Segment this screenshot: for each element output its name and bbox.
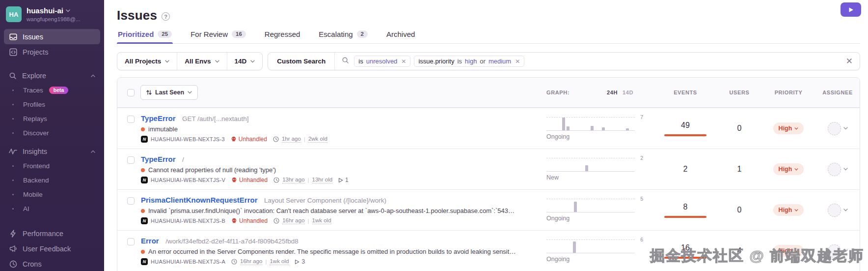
- issue-title-link[interactable]: TypeError: [141, 155, 176, 163]
- priority-select[interactable]: High: [773, 204, 804, 216]
- issue-message: immutable: [148, 125, 178, 133]
- clear-search-icon[interactable]: ✕: [839, 56, 860, 66]
- sidebar-item-projects[interactable]: Projects: [4, 44, 100, 60]
- sidebar-item-frontend[interactable]: Frontend: [4, 159, 100, 173]
- issue-row[interactable]: TypeError GET /auth/[...nextauth] immuta…: [117, 108, 860, 149]
- first-seen-age: 1wk old: [312, 217, 331, 224]
- issue-tabs: Prioritized 25 For Review 16 Regressed E…: [117, 30, 860, 44]
- graph-range-14d[interactable]: 14d: [623, 90, 633, 95]
- tab-regressed[interactable]: Regressed: [264, 30, 301, 43]
- chevron-down-icon: [794, 127, 798, 130]
- divider: |: [304, 136, 305, 142]
- help-icon[interactable]: ?: [162, 12, 170, 21]
- sidebar-item-traces[interactable]: Traces beta: [4, 83, 100, 97]
- date-range-label: 14D: [235, 58, 247, 65]
- priority-label: High: [779, 125, 792, 132]
- chevron-down-icon[interactable]: [843, 168, 848, 171]
- sidebar-group-insights[interactable]: Insights: [4, 144, 100, 159]
- tab-prioritized[interactable]: Prioritized 25: [117, 30, 173, 43]
- replay-count: 1: [338, 177, 349, 183]
- sidebar-item-ai[interactable]: AI: [4, 202, 100, 216]
- sidebar-item-profiles[interactable]: Profiles: [4, 97, 100, 112]
- issue-title-link[interactable]: PrismaClientKnownRequestError: [141, 196, 258, 204]
- first-seen-age: 2wk old: [308, 136, 327, 143]
- sidebar-group-label: Explore: [22, 72, 46, 80]
- assignee-avatar[interactable]: [828, 122, 841, 135]
- assignee-avatar[interactable]: [828, 244, 841, 258]
- play-outline-icon: [338, 178, 343, 183]
- tab-count: 25: [158, 30, 172, 38]
- sidebar-item-discover[interactable]: Discover: [4, 126, 100, 140]
- custom-search-button[interactable]: Custom Search: [268, 53, 335, 70]
- sidebar-item-label: Discover: [23, 129, 49, 137]
- row-checkbox[interactable]: [127, 116, 135, 123]
- chevron-down-icon[interactable]: [843, 127, 848, 130]
- skull-icon: [231, 177, 237, 183]
- issue-title-link[interactable]: Error: [141, 237, 159, 245]
- events-count: 8: [653, 203, 717, 211]
- replay-count-value: 3: [301, 258, 305, 265]
- play-outline-icon: [295, 259, 299, 265]
- environment-filter-label: All Envs: [185, 58, 211, 65]
- priority-select[interactable]: High: [773, 122, 804, 134]
- sidebar-item-user-feedback[interactable]: User Feedback: [4, 241, 100, 256]
- priority-select[interactable]: High: [773, 163, 804, 175]
- priority-label: High: [779, 207, 792, 213]
- issue-message: Cannot read properties of null (reading …: [148, 166, 276, 174]
- sidebar: HA huashui-ai wangfupeng1988@... Issues …: [0, 0, 104, 271]
- search-input[interactable]: is unresolved ✕ issue.priority is high o…: [354, 56, 524, 67]
- select-all-checkbox[interactable]: [127, 89, 135, 96]
- issue-title-link[interactable]: TypeError: [141, 114, 176, 122]
- org-switcher[interactable]: HA huashui-ai wangfupeng1988@...: [4, 6, 100, 29]
- priority-select[interactable]: High: [773, 245, 804, 257]
- sort-button[interactable]: Last Seen: [140, 85, 198, 100]
- sparkline-max-line: [546, 240, 635, 240]
- tab-archived[interactable]: Archived: [385, 30, 416, 43]
- issue-row[interactable]: TypeError / Cannot read properties of nu…: [117, 149, 860, 189]
- sidebar-item-label: Traces: [23, 87, 43, 94]
- chevron-down-icon[interactable]: [843, 249, 848, 252]
- graph-range-24h[interactable]: 24h: [607, 90, 618, 95]
- unhandled-label: Unhandled: [239, 217, 268, 224]
- token-value: unresolved: [366, 58, 398, 65]
- events-count: 2: [653, 165, 717, 174]
- date-range-filter[interactable]: 14D: [227, 53, 263, 70]
- project-badge: N huashuiai-web-nextjs-b: [141, 217, 225, 224]
- sidebar-item-replays[interactable]: Replays: [4, 112, 100, 126]
- row-checkbox[interactable]: [127, 238, 135, 245]
- sidebar-item-performance[interactable]: Performance: [4, 226, 100, 241]
- environment-filter[interactable]: All Envs: [177, 53, 227, 70]
- remove-token-icon[interactable]: ✕: [514, 58, 520, 65]
- replay-count: 3: [295, 258, 305, 265]
- chevron-down-icon: [188, 91, 192, 94]
- issue-status: Ongoing: [546, 256, 653, 263]
- chevron-down-icon[interactable]: [843, 209, 848, 211]
- issue-message: Invalid `prisma.user.findUnique()` invoc…: [148, 207, 517, 214]
- sidebar-item-backend[interactable]: Backend: [4, 173, 100, 187]
- row-checkbox[interactable]: [127, 197, 135, 205]
- column-events: Events: [653, 90, 717, 95]
- remove-token-icon[interactable]: ✕: [400, 58, 406, 65]
- sidebar-group-explore[interactable]: Explore: [4, 68, 100, 83]
- issue-sparkline: 2: [546, 158, 635, 172]
- row-checkbox[interactable]: [127, 156, 135, 164]
- issue-times: 16hr ago | 1wk old: [231, 258, 289, 265]
- sidebar-item-mobile[interactable]: Mobile: [4, 187, 100, 202]
- project-filter[interactable]: All Projects: [117, 53, 177, 70]
- sparkline-peak-value: 5: [640, 196, 643, 202]
- play-button[interactable]: [841, 2, 861, 17]
- sidebar-item-crons[interactable]: Crons: [4, 256, 100, 271]
- tab-label: For Review: [190, 30, 228, 38]
- issue-row[interactable]: Error /work/f34efbd2-d2ef-4f11-a7d4-f809…: [117, 230, 860, 271]
- tab-escalating[interactable]: Escalating 2: [318, 30, 369, 43]
- assignee-avatar[interactable]: [828, 163, 841, 176]
- issue-row[interactable]: PrismaClientKnownRequestError Layout Ser…: [117, 189, 860, 230]
- sidebar-item-label: Frontend: [23, 162, 50, 170]
- tab-label: Regressed: [265, 30, 300, 38]
- chevron-up-icon: [91, 150, 95, 153]
- search-token-status[interactable]: is unresolved ✕: [354, 56, 410, 67]
- assignee-avatar[interactable]: [828, 204, 841, 217]
- tab-for-review[interactable]: For Review 16: [190, 30, 247, 43]
- search-token-priority[interactable]: issue.priority is high or medium ✕: [414, 56, 524, 67]
- sidebar-item-issues[interactable]: Issues: [4, 29, 100, 44]
